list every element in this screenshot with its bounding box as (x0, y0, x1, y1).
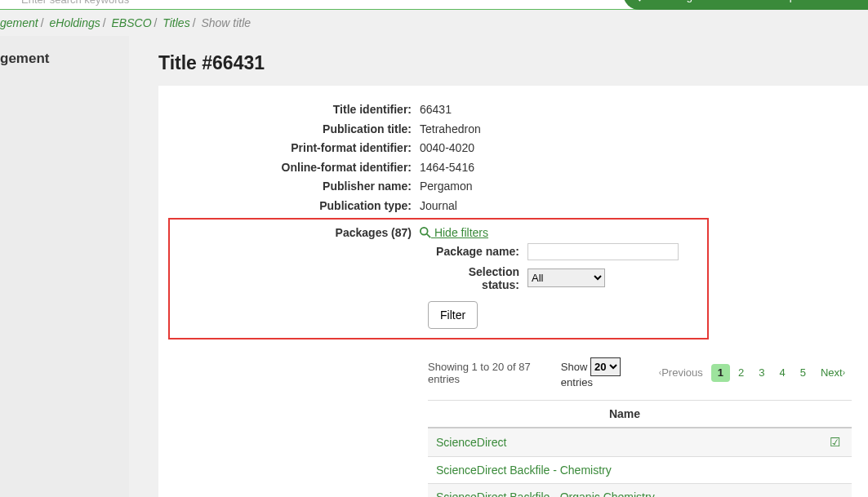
print-format-identifier-label: Print-format identifier: (158, 140, 420, 157)
topbar-buttons: Search agreements Search packa (623, 0, 868, 10)
svg-line-3 (427, 233, 430, 237)
column-header-name[interactable]: Name (428, 400, 821, 428)
print-format-identifier-value: 0040-4020 (420, 140, 474, 157)
svg-point-2 (421, 227, 428, 234)
package-link[interactable]: ScienceDirect Backfile - Organic Chemist… (428, 483, 821, 497)
show-label: Show (561, 361, 590, 373)
pagination-page[interactable]: 4 (772, 364, 791, 382)
publication-title-label: Publication title: (158, 122, 420, 138)
breadcrumb-item[interactable]: EBSCO (112, 16, 152, 29)
package-link[interactable]: ScienceDirect (428, 428, 821, 457)
pagination-previous[interactable]: ‹ Previous (652, 364, 710, 382)
publication-type-label: Publication type: (158, 198, 420, 215)
filter-button[interactable]: Filter (428, 301, 478, 329)
package-name-label: Package name: (428, 245, 527, 258)
search-packages-button[interactable]: Search packa (746, 0, 825, 4)
package-link[interactable]: ScienceDirect Backfile - Chemistry (428, 456, 821, 483)
pagination-page[interactable]: 3 (752, 364, 771, 382)
packages-count-label: Packages (87) (170, 226, 420, 239)
search-icon (420, 227, 431, 238)
breadcrumb-item[interactable]: gement (0, 16, 38, 29)
publication-title-value: Tetrahedron (420, 122, 481, 138)
showing-entries-text: Showing 1 to 20 of 87 entries (428, 361, 561, 385)
column-header-selected (821, 400, 852, 428)
publication-type-value: Journal (420, 198, 457, 215)
hide-filters-label: Hide filters (431, 226, 488, 239)
sidebar: gement (0, 36, 129, 497)
show-entries-control: Show 20 entries (561, 357, 652, 388)
search-packages-label: Search packa (753, 0, 818, 2)
title-identifier-label: Title identifier: (158, 102, 420, 118)
sidebar-title: gement (0, 51, 129, 67)
svg-line-1 (638, 0, 641, 1)
selected-check-icon: ☑ (830, 435, 840, 449)
search-agreements-label: Search agreements (644, 0, 737, 2)
online-format-identifier-value: 1464-5416 (420, 160, 474, 176)
packages-filter-box: Packages (87) Hide filters Package name:… (168, 218, 709, 339)
publisher-name-label: Publisher name: (158, 179, 420, 195)
selection-status-select[interactable]: All (527, 268, 605, 287)
entries-label: entries (561, 376, 593, 388)
package-name-input[interactable] (527, 243, 679, 260)
packages-table: Name ScienceDirect ☑ ScienceDirect Backf… (428, 400, 852, 497)
breadcrumb-current: Show title (201, 16, 251, 29)
pagination-page[interactable]: 5 (794, 364, 812, 382)
title-identifier-value: 66431 (420, 102, 452, 118)
breadcrumb: gement/ eHoldings/ EBSCO/ Titles/ Show t… (0, 10, 868, 36)
pagination-next[interactable]: Next › (814, 364, 852, 382)
publisher-name-value: Pergamon (420, 179, 473, 195)
search-agreements-button[interactable]: Search agreements (623, 0, 743, 4)
breadcrumb-item[interactable]: Titles (162, 16, 189, 29)
chevron-right-icon: › (843, 368, 845, 377)
entries-per-page-select[interactable]: 20 (590, 357, 621, 376)
pagination-page[interactable]: 1 (711, 364, 730, 382)
pagination: ‹ Previous 1 2 3 4 5 Next › (652, 364, 852, 382)
breadcrumb-item[interactable]: eHoldings (49, 16, 100, 29)
search-input-placeholder[interactable]: Enter search keywords (21, 0, 129, 6)
pagination-page[interactable]: 2 (732, 364, 750, 382)
top-search-bar: Enter search keywords Search agreements … (0, 0, 868, 10)
page-title: Title #66431 (158, 52, 868, 74)
hide-filters-link[interactable]: Hide filters (420, 226, 488, 239)
online-format-identifier-label: Online-format identifier: (158, 160, 420, 176)
selection-status-label: Selection status: (428, 265, 527, 291)
